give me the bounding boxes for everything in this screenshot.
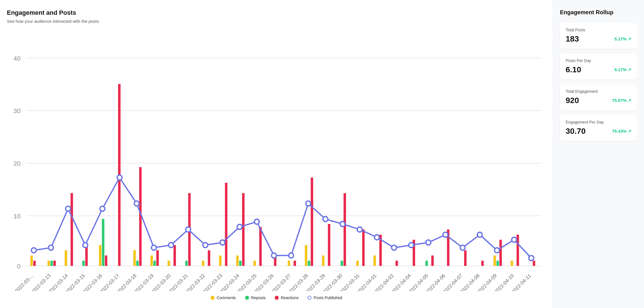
svg-rect-80 bbox=[341, 261, 343, 266]
svg-rect-84 bbox=[374, 256, 376, 266]
svg-rect-71 bbox=[259, 227, 262, 266]
svg-rect-86 bbox=[396, 261, 398, 266]
svg-text:0: 0 bbox=[17, 263, 21, 270]
svg-point-121 bbox=[409, 243, 413, 248]
svg-point-119 bbox=[374, 235, 379, 240]
svg-point-107 bbox=[169, 243, 174, 248]
svg-rect-74 bbox=[294, 261, 296, 266]
svg-rect-58 bbox=[156, 250, 159, 266]
svg-rect-81 bbox=[344, 193, 346, 266]
legend-posts-published: Posts Published bbox=[307, 295, 342, 300]
svg-rect-79 bbox=[328, 224, 331, 266]
svg-point-123 bbox=[443, 232, 448, 237]
svg-rect-51 bbox=[105, 256, 107, 266]
svg-rect-82 bbox=[356, 261, 359, 266]
metric-total-engagement: Total Engagement 920 75.57% ↗ bbox=[560, 84, 637, 110]
svg-rect-83 bbox=[362, 229, 365, 266]
svg-point-125 bbox=[477, 232, 482, 237]
svg-rect-94 bbox=[496, 261, 499, 266]
metric-total-posts: Total Posts 183 5.17% ↗ bbox=[560, 22, 637, 49]
svg-point-122 bbox=[426, 240, 431, 245]
svg-text:40: 40 bbox=[13, 55, 21, 62]
svg-rect-73 bbox=[288, 261, 290, 266]
svg-point-110 bbox=[220, 240, 225, 245]
svg-point-109 bbox=[203, 243, 208, 248]
svg-text:20: 20 bbox=[13, 160, 21, 167]
svg-text:2022-03-...: 2022-03-... bbox=[14, 273, 35, 291]
metric-engagement-per-day: Engagement Per Day 30.70 75.43% ↗ bbox=[560, 115, 637, 141]
svg-point-100 bbox=[48, 245, 53, 250]
svg-rect-43 bbox=[50, 261, 53, 266]
svg-rect-56 bbox=[150, 256, 153, 266]
svg-text:10: 10 bbox=[13, 213, 21, 220]
svg-rect-48 bbox=[85, 245, 88, 266]
svg-rect-77 bbox=[311, 178, 313, 266]
svg-rect-91 bbox=[464, 250, 467, 266]
svg-text:30: 30 bbox=[13, 107, 21, 114]
svg-rect-63 bbox=[202, 261, 205, 266]
svg-rect-92 bbox=[481, 261, 484, 266]
sidebar: Engagement Rollup Total Posts 183 5.17% … bbox=[553, 0, 644, 308]
chart-legend: Comments Reposts Reactions Posts Publish… bbox=[7, 291, 546, 301]
svg-point-113 bbox=[272, 253, 276, 258]
svg-rect-96 bbox=[511, 261, 513, 266]
svg-rect-66 bbox=[225, 183, 227, 266]
svg-rect-57 bbox=[153, 261, 156, 266]
svg-point-116 bbox=[323, 217, 328, 222]
svg-rect-75 bbox=[305, 245, 307, 266]
sidebar-title: Engagement Rollup bbox=[560, 9, 637, 16]
svg-rect-76 bbox=[308, 261, 310, 266]
legend-reposts: Reposts bbox=[245, 295, 266, 300]
svg-rect-41 bbox=[33, 261, 36, 266]
svg-point-128 bbox=[529, 256, 534, 261]
svg-point-103 bbox=[100, 206, 105, 211]
svg-rect-53 bbox=[133, 250, 136, 266]
svg-point-126 bbox=[494, 248, 499, 253]
svg-rect-40 bbox=[30, 256, 33, 266]
svg-rect-98 bbox=[533, 261, 535, 266]
svg-rect-59 bbox=[168, 261, 170, 266]
svg-point-104 bbox=[117, 175, 122, 180]
svg-point-127 bbox=[512, 237, 517, 243]
svg-point-106 bbox=[151, 245, 156, 250]
svg-rect-46 bbox=[71, 193, 73, 266]
svg-rect-95 bbox=[500, 240, 502, 266]
metric-posts-per-day: Posts Per Day 6.10 5.17% ↗ bbox=[560, 53, 637, 79]
svg-rect-88 bbox=[425, 261, 428, 266]
svg-point-114 bbox=[289, 253, 294, 258]
svg-rect-49 bbox=[99, 245, 101, 266]
svg-rect-50 bbox=[102, 219, 105, 266]
svg-rect-61 bbox=[185, 261, 188, 266]
svg-rect-64 bbox=[208, 250, 210, 266]
svg-rect-69 bbox=[242, 193, 245, 266]
svg-rect-78 bbox=[322, 256, 325, 266]
svg-point-118 bbox=[357, 227, 362, 232]
svg-point-124 bbox=[460, 245, 465, 250]
svg-point-105 bbox=[134, 201, 139, 206]
svg-point-117 bbox=[340, 221, 345, 227]
svg-rect-93 bbox=[494, 256, 496, 266]
svg-rect-65 bbox=[219, 256, 222, 266]
legend-comments: Comments bbox=[211, 295, 236, 300]
svg-rect-68 bbox=[239, 261, 242, 266]
svg-rect-42 bbox=[48, 261, 50, 266]
svg-point-99 bbox=[31, 248, 36, 253]
svg-point-102 bbox=[83, 243, 88, 248]
svg-rect-44 bbox=[53, 261, 56, 266]
svg-rect-45 bbox=[65, 250, 67, 266]
svg-rect-60 bbox=[174, 245, 176, 266]
chart-title: Engagement and Posts bbox=[7, 9, 546, 17]
svg-rect-89 bbox=[431, 256, 434, 266]
svg-point-120 bbox=[392, 245, 396, 250]
svg-point-112 bbox=[254, 219, 259, 224]
chart-svg: 40 30 20 10 0 2022-03-... 2022-03-13 202… bbox=[7, 30, 546, 291]
svg-point-108 bbox=[186, 227, 191, 232]
svg-point-101 bbox=[66, 206, 70, 211]
svg-rect-54 bbox=[136, 261, 139, 266]
chart-subtitle: See how your audience interacted with th… bbox=[7, 19, 546, 24]
svg-rect-70 bbox=[253, 261, 256, 266]
svg-rect-47 bbox=[82, 261, 85, 266]
svg-rect-67 bbox=[236, 256, 239, 266]
svg-point-111 bbox=[237, 224, 242, 229]
svg-point-115 bbox=[306, 201, 311, 206]
